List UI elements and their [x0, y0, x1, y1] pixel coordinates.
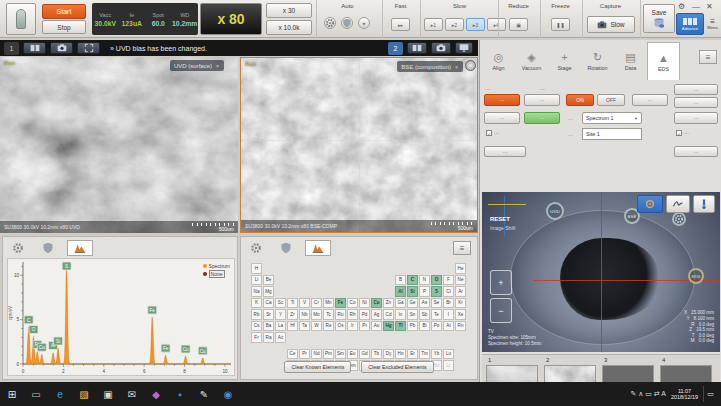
- eds-on-button[interactable]: ON: [566, 94, 594, 106]
- element-cell-S[interactable]: S: [431, 286, 442, 297]
- element-cell-Na[interactable]: Na: [251, 286, 262, 297]
- element-cell-V[interactable]: V: [299, 298, 310, 309]
- eds-acquire-2-button[interactable]: ···: [524, 112, 560, 124]
- sem-image-pane-2[interactable]: Run BSE (composition)▼ SU3800 30.0kV 10.…: [240, 57, 478, 233]
- taskbar-store-icon[interactable]: ▣: [96, 382, 120, 406]
- element-cell-He[interactable]: He: [455, 263, 466, 274]
- taskbar-mail-icon[interactable]: ✉: [120, 382, 144, 406]
- ptable-menu-button[interactable]: ≡: [453, 241, 471, 255]
- eds-action-2-button[interactable]: ···: [524, 94, 560, 106]
- eds-bottom-left-button[interactable]: ···: [484, 146, 526, 157]
- fast-scan-button[interactable]: ▸▸: [391, 18, 410, 31]
- site-name-input[interactable]: Site 1: [582, 128, 642, 140]
- capture-button[interactable]: Slow: [587, 16, 635, 33]
- element-cell-K[interactable]: K: [251, 298, 262, 309]
- save-button[interactable]: Save: [643, 4, 675, 33]
- pane2-capture-button[interactable]: [431, 42, 451, 54]
- mag-x30-button[interactable]: x 30: [266, 3, 312, 18]
- camera-annotate-button[interactable]: [666, 195, 690, 213]
- ptable-guard-button[interactable]: [275, 241, 297, 255]
- element-cell-Te[interactable]: Te: [431, 309, 442, 320]
- camera-zoom-out-button[interactable]: −: [490, 298, 512, 323]
- pane1-expand-button[interactable]: [77, 42, 100, 54]
- taskbar-sem-app-icon[interactable]: ◉: [216, 382, 240, 406]
- element-cell-Er[interactable]: Er: [407, 349, 418, 360]
- element-cell-W[interactable]: W: [311, 321, 322, 332]
- element-cell-Cl[interactable]: Cl: [443, 286, 454, 297]
- auto-focus-button[interactable]: [324, 17, 336, 29]
- pane-settings-knob[interactable]: [465, 60, 476, 71]
- element-cell-Se[interactable]: Se: [431, 298, 442, 309]
- element-cell-Ac[interactable]: Ac: [275, 332, 286, 343]
- pane1-split-button[interactable]: [23, 42, 46, 54]
- element-cell-Li[interactable]: Li: [251, 275, 262, 286]
- detector-settings-button[interactable]: [672, 212, 686, 226]
- signal-select-dropdown[interactable]: UVD (surface)▼: [170, 60, 224, 71]
- element-cell-Ca[interactable]: Ca: [263, 298, 274, 309]
- camera-target-button[interactable]: [637, 195, 663, 213]
- taskbar-start-icon[interactable]: ⊞: [0, 382, 24, 406]
- element-cell-As[interactable]: As: [419, 298, 430, 309]
- taskbar-clock[interactable]: 11:07 2018/12/19: [671, 388, 698, 401]
- element-cell-Ga[interactable]: Ga: [395, 298, 406, 309]
- element-cell-Mn[interactable]: Mn: [323, 298, 334, 309]
- eds-checkbox-2[interactable]: ✓···: [676, 130, 689, 136]
- element-cell-Ni[interactable]: Ni: [359, 298, 370, 309]
- eds-detector-button[interactable]: EDS: [688, 268, 704, 284]
- element-cell-Tb[interactable]: Tb: [371, 349, 382, 360]
- auto-contrast-button[interactable]: [341, 17, 353, 29]
- sem-image-pane-1[interactable]: Run UVD (surface)▼ SU3800 30.0kV 10.2mm …: [0, 57, 238, 233]
- element-cell-Xe[interactable]: Xe: [455, 309, 466, 320]
- element-cell-O[interactable]: O: [431, 275, 442, 286]
- element-cell-H[interactable]: H: [251, 263, 262, 274]
- element-cell-Ir[interactable]: Ir: [347, 321, 358, 332]
- element-cell-Rn[interactable]: Rn: [455, 321, 466, 332]
- element-cell-Lu[interactable]: Lu: [443, 349, 454, 360]
- element-cell-Hg[interactable]: Hg: [383, 321, 394, 332]
- element-cell-Fe[interactable]: Fe: [335, 298, 346, 309]
- element-cell-Tc[interactable]: Tc: [323, 309, 334, 320]
- element-cell-Mg[interactable]: Mg: [263, 286, 274, 297]
- spectrum-guard-button[interactable]: [37, 241, 59, 255]
- element-cell-Sb[interactable]: Sb: [419, 309, 430, 320]
- element-cell-Ar[interactable]: Ar: [455, 286, 466, 297]
- element-cell-Zr[interactable]: Zr: [287, 309, 298, 320]
- element-cell-Sc[interactable]: Sc: [275, 298, 286, 309]
- eds-acquire-1-button[interactable]: ···: [484, 112, 520, 124]
- close-button[interactable]: ✕: [706, 2, 713, 11]
- settings-gear-icon[interactable]: ⚙: [678, 2, 685, 11]
- element-cell-Sn[interactable]: Sn: [407, 309, 418, 320]
- tab-stage[interactable]: +Stage: [548, 42, 581, 80]
- minimize-button[interactable]: —: [692, 2, 700, 11]
- element-cell-Cr[interactable]: Cr: [311, 298, 322, 309]
- advance-mode-button[interactable]: Advance: [676, 13, 704, 35]
- tab-data[interactable]: ▤Data: [614, 42, 647, 80]
- menu-button[interactable]: ≡ Menu: [706, 13, 719, 35]
- element-cell-Br[interactable]: Br: [443, 298, 454, 309]
- element-cell-Bi[interactable]: Bi: [419, 321, 430, 332]
- stop-button[interactable]: Stop: [42, 20, 86, 34]
- element-cell-Cu[interactable]: Cu: [371, 298, 382, 309]
- mag-x10k-button[interactable]: x 10.0k: [266, 20, 312, 35]
- element-cell-In[interactable]: In: [395, 309, 406, 320]
- element-cell-F[interactable]: F: [443, 275, 454, 286]
- spectrum-settings-button[interactable]: [7, 241, 29, 255]
- tab-align[interactable]: ◎Align: [482, 42, 515, 80]
- element-cell-Sm[interactable]: Sm: [335, 349, 346, 360]
- element-cell-Ba[interactable]: Ba: [263, 321, 274, 332]
- element-cell-Co[interactable]: Co: [347, 298, 358, 309]
- element-cell-Yb[interactable]: Yb: [431, 349, 442, 360]
- element-cell-N[interactable]: N: [419, 275, 430, 286]
- element-cell-Nd[interactable]: Nd: [311, 349, 322, 360]
- element-cell-Rb[interactable]: Rb: [251, 309, 262, 320]
- element-cell-Cs[interactable]: Cs: [251, 321, 262, 332]
- element-cell-La[interactable]: La: [275, 321, 286, 332]
- spectrum-chart[interactable]: 02468100510cps/eVCOFeCuAlSiSFeFeCuCu Spe…: [7, 258, 235, 376]
- eds-checkbox-1[interactable]: ✓···: [486, 130, 499, 136]
- pane1-number-button[interactable]: 1: [4, 42, 19, 55]
- element-cell-Ra[interactable]: Ra: [263, 332, 274, 343]
- element-cell-Al[interactable]: Al: [395, 286, 406, 297]
- clear-known-elements-button[interactable]: Clear Known Elements: [284, 361, 351, 373]
- element-cell-Si[interactable]: Si: [407, 286, 418, 297]
- element-cell-Nb[interactable]: Nb: [299, 309, 310, 320]
